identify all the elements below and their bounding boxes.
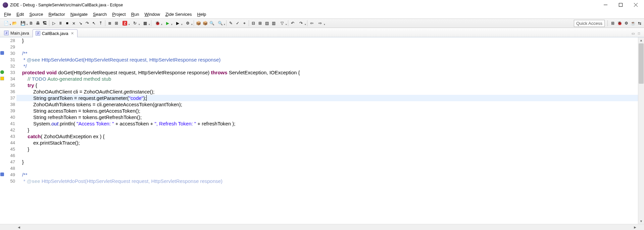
toggle-button[interactable]: ≣ [107,20,113,26]
save-button[interactable]: 💾▾ [18,20,28,26]
code-line-30[interactable]: /** [16,50,638,56]
scroll-right-icon[interactable]: ▶ [632,224,638,230]
run-button[interactable]: ▶▾ [163,20,172,26]
flt-button[interactable]: ▽▾ [277,20,287,26]
togg2-button[interactable]: ⊞ [113,20,119,26]
menu-edit[interactable]: Edit [14,11,27,18]
stepin-button[interactable]: ↘ [78,20,84,26]
annotation-gutter[interactable] [0,37,5,224]
annotation-line-45[interactable] [0,146,5,152]
horizontal-scrollbar[interactable]: ◀ ▶ [0,224,644,230]
code-line-35[interactable]: try { [16,82,638,88]
line-number[interactable]: 37 [5,95,15,101]
tab-callback-java[interactable]: J CallBack.java ✕ [33,29,78,37]
new-button[interactable]: 📄▾ [1,20,11,26]
quick-access-input[interactable]: Quick Access [574,20,605,27]
annotation-line-29[interactable] [0,44,5,50]
line-number[interactable]: 47 [5,159,15,165]
code-line-29[interactable] [16,44,638,50]
tog3-button[interactable]: ▤ [264,20,270,26]
line-number[interactable]: 38 [5,101,15,108]
annotation-line-50[interactable] [0,178,5,184]
code-line-32[interactable]: */ [16,63,638,69]
line-number-gutter[interactable]: 2829303132333435363738394041424344454647… [5,37,16,224]
line-number[interactable]: 28 [5,37,15,44]
annotation-line-36[interactable] [0,88,5,95]
line-number[interactable]: 50 [5,178,15,184]
undo-button[interactable]: ↶ [290,20,296,26]
print-button[interactable]: 🖶 [35,20,41,26]
horizontal-track[interactable] [35,224,619,230]
code-line-46[interactable] [16,152,638,159]
search-button[interactable]: 🔍▾ [215,20,225,26]
line-number[interactable]: 33 [5,69,15,76]
code-line-42[interactable]: } [16,127,638,133]
annotation-line-38[interactable] [0,101,5,108]
pause-button[interactable]: ⏸ [57,20,63,26]
redo-button[interactable]: ↷▾ [296,20,306,26]
line-number[interactable]: 35 [5,82,15,88]
line-number[interactable]: 43 [5,133,15,140]
pos-button[interactable]: ⌖ [241,20,247,26]
drop-button[interactable]: ⤒ [98,20,104,26]
line-number[interactable]: 39 [5,108,15,114]
back-button[interactable]: ⇦ [309,20,315,26]
code-line-34[interactable]: // TODO Auto-generated method stub [16,76,638,82]
menu-project[interactable]: Project [109,11,128,18]
line-number[interactable]: 42 [5,127,15,133]
code-line-45[interactable]: } [16,146,638,152]
open-button[interactable]: 📂 [11,20,17,26]
code-line-36[interactable]: ZohoOAuthClient cli = ZohoOAuthClient.ge… [16,88,638,95]
debug-button[interactable]: 🐞▾ [153,20,162,26]
code-line-31[interactable]: * @see HttpServlet#doGet(HttpServletRequ… [16,56,638,63]
close-tab-icon[interactable]: ✕ [71,31,74,36]
annotation-line-44[interactable] [0,140,5,146]
annotation-line-49[interactable] [0,171,5,178]
perspective-3-button[interactable]: ☕ [630,20,636,26]
fwd-button[interactable]: ⇨▾ [315,20,325,26]
disc-button[interactable]: ⨯ [71,20,77,26]
menu-run[interactable]: Run [129,11,142,18]
vertical-scrollbar[interactable]: ▲ ▼ [638,37,644,224]
perspective-0-button[interactable]: ⊞ [610,20,616,26]
saveall-button[interactable]: 🗎 [28,20,34,26]
minimize-view-icon[interactable]: ▭ [631,31,635,36]
r2-button[interactable]: ▦▾ [140,20,150,26]
code-line-49[interactable]: /** [16,171,638,178]
line-number[interactable]: 30 [5,50,15,56]
line-number[interactable]: 32 [5,63,15,69]
menu-file[interactable]: File [1,11,14,18]
code-line-38[interactable]: ZohoOAuthTokens tokens = cli.generateAcc… [16,101,638,108]
menu-source[interactable]: Source [27,11,46,18]
minimize-button[interactable] [598,0,613,10]
annotation-line-33[interactable] [0,69,5,76]
line-number[interactable]: 48 [5,165,15,171]
rundd-button[interactable]: ▶▾ [173,20,182,26]
annotation-line-31[interactable] [0,56,5,63]
annotation-line-41[interactable] [0,120,5,127]
pkg2-button[interactable]: 📦 [202,20,208,26]
menu-zide-services[interactable]: Zide Services [163,11,195,18]
maximize-button[interactable] [613,0,628,10]
code-line-50[interactable]: * @see HttpServlet#doPost(HttpServletReq… [16,178,638,184]
code-line-43[interactable]: catch( ZohoOAuthException ex ) { [16,133,638,140]
perspective-1-button[interactable]: 🐞 [616,20,623,26]
close-button[interactable] [628,0,643,10]
code-line-44[interactable]: ex.printStackTrace(); [16,140,638,146]
code-line-48[interactable] [16,165,638,171]
annotation-line-37[interactable] [0,95,5,101]
perspective-2-button[interactable]: ⚙ [623,20,629,26]
z-button[interactable]: Z▾ [120,20,130,26]
annotation-line-32[interactable] [0,63,5,69]
annotation-line-46[interactable] [0,152,5,159]
line-number[interactable]: 34 [5,76,15,82]
r1-button[interactable]: ↻▾ [130,20,140,26]
menu-window[interactable]: Window [142,11,163,18]
code-editor[interactable]: 2829303132333435363738394041424344454647… [0,37,644,224]
annotation-line-42[interactable] [0,127,5,133]
line-number[interactable]: 49 [5,171,15,178]
task-button[interactable]: ✓ [235,20,241,26]
tab-main-java[interactable]: J Main.java [1,29,33,37]
wand-button[interactable]: ✎ [228,20,234,26]
tog4-button[interactable]: ▥ [270,20,277,26]
